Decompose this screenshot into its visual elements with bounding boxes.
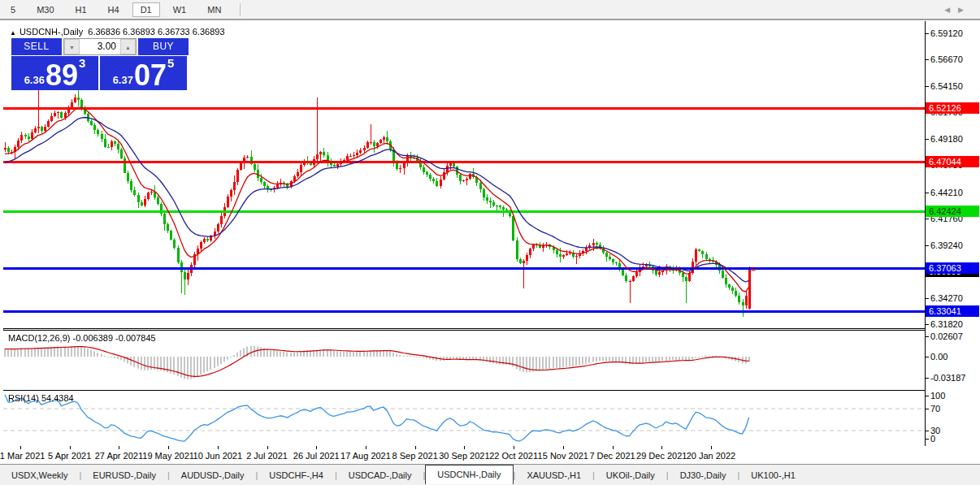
volume-increase-button[interactable]: ▲ — [120, 39, 136, 54]
buy-price-small: 6.37 — [113, 74, 133, 86]
date-label: 19 May 2021 — [142, 451, 194, 461]
date-label: 30 Sep 2021 — [439, 451, 489, 461]
date-label: 17 Aug 2021 — [340, 451, 391, 461]
buy-price-display[interactable]: 6.37 07 5 — [100, 56, 187, 90]
date-tick — [316, 446, 317, 449]
chart-tab-ukoil[interactable]: UKOil-,Daily — [595, 466, 666, 484]
rsi-canvas[interactable] — [3, 391, 925, 444]
macd-axis-tick: -0.03187 — [930, 373, 965, 383]
date-label: 11 Mar 2021 — [0, 451, 45, 461]
price-axis-tick: 6.54150 — [930, 81, 963, 92]
date-label: 20 Jan 2022 — [687, 451, 736, 461]
rsi-label: RSI(14) 54.4384 — [8, 393, 74, 403]
date-tick — [168, 446, 169, 449]
tab-scroll-right-icon[interactable]: ▶ — [958, 6, 972, 14]
sell-price-small: 6.36 — [24, 74, 45, 86]
timeframe-button-mn[interactable]: MN — [199, 2, 229, 17]
one-click-trade-panel: SELL ▼ 3.00 ▲ BUY 6.36 89 3 6.37 07 5 — [11, 38, 189, 90]
chart-tab-dj30[interactable]: DJ30-,Daily — [669, 466, 738, 484]
date-tick — [218, 446, 219, 449]
date-label: 27 Apr 2021 — [95, 451, 143, 461]
macd-label: MACD(12,26,9) -0.006389 -0.007845 — [8, 333, 156, 343]
toolbar-separator — [240, 3, 241, 16]
price-axis-tick: 6.44210 — [930, 188, 963, 198]
chart-tab-usdchf[interactable]: USDCHF-,H4 — [258, 466, 335, 484]
date-label: 26 Jul 2021 — [293, 451, 340, 461]
rsi-axis-tick: 100 — [930, 391, 945, 401]
date-tick — [70, 446, 71, 449]
volume-decrease-button[interactable]: ▼ — [64, 39, 80, 54]
chart-ohlc-values: 6.36836 6.36893 6.36733 6.36893 — [88, 27, 224, 37]
sell-button[interactable]: SELL — [11, 38, 62, 55]
timeframe-button-h1[interactable]: H1 — [67, 2, 95, 17]
price-axis-tick: 6.59120 — [930, 28, 963, 39]
date-axis[interactable]: 11 Mar 20215 Apr 202127 Apr 202119 May 2… — [0, 446, 980, 464]
macd-axis-tick: 0.00 — [930, 352, 947, 362]
price-level-badge: 6.42424 — [926, 206, 979, 217]
sell-price-big: 89 — [46, 63, 78, 88]
price-axis-tick: 6.31820 — [930, 319, 963, 330]
sell-price-display[interactable]: 6.36 89 3 — [11, 56, 98, 90]
date-tick — [267, 446, 268, 449]
date-label: 8 Sep 2021 — [392, 451, 438, 461]
volume-stepper: ▼ 3.00 ▲ — [63, 38, 137, 55]
date-tick — [711, 446, 712, 449]
date-tick — [366, 446, 366, 449]
buy-button[interactable]: BUY — [138, 38, 189, 55]
price-axis[interactable]: 6.591206.566706.541506.517006.491806.467… — [925, 21, 980, 446]
timeframe-button-h4[interactable]: H4 — [100, 2, 128, 17]
date-tick — [119, 446, 119, 449]
chart-tab-usdcad[interactable]: USDCAD-,Daily — [337, 466, 423, 484]
sell-price-sup: 3 — [79, 56, 85, 70]
price-axis-tick: 6.49180 — [930, 134, 963, 145]
trading-platform-window: 5M30H1H4D1W1MN ▲USDCNH-,Daily 6.36836 6.… — [0, 0, 980, 485]
tab-scroll-left-icon[interactable]: ◀ — [944, 6, 958, 14]
price-axis-tick: 6.56670 — [930, 54, 963, 65]
rsi-axis-tick: 70 — [930, 404, 940, 414]
price-level-badge: 6.47044 — [926, 156, 979, 167]
rsi-indicator-panel: RSI(14) 54.4384 — [3, 390, 925, 448]
chart-tab-usdcnh[interactable]: USDCNH-,Daily — [425, 465, 513, 484]
rsi-axis-tick: 0 — [930, 434, 935, 444]
buy-price-sup: 5 — [167, 56, 174, 70]
timeframe-button-w1[interactable]: W1 — [165, 2, 195, 17]
date-label: 7 Dec 2021 — [589, 451, 635, 461]
date-tick — [613, 446, 614, 449]
date-label: 10 Jun 2021 — [193, 451, 243, 461]
date-tick — [20, 446, 21, 449]
volume-input[interactable]: 3.00 — [80, 39, 120, 54]
tab-scroll-arrows[interactable]: ◀▶ — [944, 6, 972, 14]
macd-indicator-panel: MACD(12,26,9) -0.006389 -0.007845 — [3, 330, 925, 391]
chart-tab-uk100[interactable]: UK100-,H1 — [739, 466, 806, 484]
timeframe-toolbar: 5M30H1H4D1W1MN — [0, 0, 980, 20]
date-label: 15 Nov 2021 — [538, 451, 588, 461]
macd-axis-tick: 0.02607 — [930, 331, 963, 342]
timeframe-button-d1[interactable]: D1 — [132, 2, 160, 17]
price-level-badge: 6.33041 — [926, 305, 979, 317]
chart-tab-audusd[interactable]: AUDUSD-,Daily — [170, 466, 256, 484]
price-axis-tick: 6.39240 — [930, 240, 963, 251]
timeframe-button-m30[interactable]: M30 — [28, 2, 62, 17]
chart-symbol-label: USDCNH-,Daily — [20, 27, 83, 37]
date-label: 2 Jul 2021 — [246, 451, 288, 461]
date-tick — [661, 446, 662, 449]
chart-tab-bar: USDX,Weekly|EURUSD-,Daily|AUDUSD-,Daily|… — [0, 464, 980, 485]
collapse-chart-icon[interactable]: ▲ — [10, 29, 16, 37]
date-label: 29 Dec 2021 — [636, 451, 687, 461]
price-axis-tick: 6.34270 — [930, 293, 963, 304]
date-tick — [415, 446, 416, 449]
price-level-badge: 6.52126 — [926, 102, 979, 114]
date-label: 22 Oct 2021 — [489, 451, 538, 461]
chart-tab-xauusd[interactable]: XAUUSD-,H1 — [515, 466, 592, 484]
chart-header: ▲USDCNH-,Daily 6.36836 6.36893 6.36733 6… — [10, 27, 225, 37]
date-tick — [563, 446, 564, 449]
buy-price-big: 07 — [134, 63, 167, 88]
price-chart-panel: ▲USDCNH-,Daily 6.36836 6.36893 6.36733 6… — [3, 21, 925, 329]
chart-tab-eurusd[interactable]: EURUSD-,Daily — [81, 466, 167, 484]
date-label: 5 Apr 2021 — [48, 451, 91, 461]
price-level-badge: 6.37063 — [926, 262, 979, 274]
date-tick — [514, 446, 514, 449]
timeframe-button-5[interactable]: 5 — [2, 2, 24, 17]
date-tick — [464, 446, 465, 449]
chart-tab-usdx[interactable]: USDX,Weekly — [0, 466, 79, 484]
